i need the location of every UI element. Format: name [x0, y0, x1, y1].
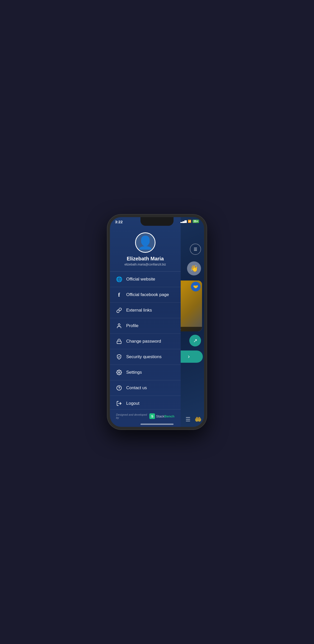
- bottom-nav-icons: ☰ 🤲: [185, 416, 202, 423]
- menu-label-settings: Settings: [126, 370, 142, 375]
- link-icon: [116, 307, 122, 313]
- nav-icon-1[interactable]: ☰: [185, 416, 191, 423]
- help-icon: [116, 385, 122, 391]
- menu-item-official-website[interactable]: 🌐 Official website: [110, 272, 181, 287]
- facebook-icon: f: [116, 292, 122, 298]
- menu-item-official-facebook[interactable]: f Official facebook page: [110, 287, 181, 303]
- menu-label-logout: Logout: [126, 401, 139, 406]
- menu-item-external-links[interactable]: External links: [110, 303, 181, 318]
- menu-item-change-password[interactable]: Change password: [110, 334, 181, 349]
- wave-icon-button[interactable]: 👋: [187, 261, 201, 275]
- stackbench-logo-text: StackBench: [156, 414, 174, 418]
- menu-label-change-password: Change password: [126, 339, 161, 344]
- arrow-teal-button[interactable]: ↗: [189, 335, 201, 346]
- menu-item-logout[interactable]: Logout: [110, 396, 181, 409]
- hamburger-button[interactable]: ☰: [190, 244, 201, 255]
- globe-icon: 🌐: [116, 276, 122, 282]
- phone-screen: ☰ 👋 Vict Ass 🤝 ↗ ›: [110, 217, 204, 427]
- svg-rect-1: [117, 341, 121, 344]
- nav-icon-heart[interactable]: 🤲: [195, 416, 202, 423]
- logout-icon: [116, 400, 122, 407]
- menu-item-profile[interactable]: Profile: [110, 318, 181, 334]
- footer-designed-by-text: Designed and developed by: [116, 413, 147, 419]
- menu-item-security-questions[interactable]: Security questions: [110, 349, 181, 365]
- profile-icon: [116, 323, 122, 329]
- gear-icon: [116, 369, 122, 375]
- phone-frame: ☰ 👋 Vict Ass 🤝 ↗ ›: [107, 215, 207, 429]
- menu-label-official-facebook: Official facebook page: [126, 292, 169, 297]
- svg-point-0: [118, 324, 120, 326]
- menu-label-profile: Profile: [126, 323, 138, 328]
- avatar: 👤: [135, 232, 155, 253]
- user-email: elizebath.maria@confianzit.biz: [124, 263, 166, 266]
- blue-circle-icon[interactable]: 🤝: [191, 282, 201, 291]
- avatar-icon: 👤: [137, 236, 153, 249]
- menu-label-contact-us: Contact us: [126, 385, 147, 390]
- home-bar: [140, 424, 174, 425]
- menu-item-contact-us[interactable]: Contact us: [110, 380, 181, 396]
- svg-point-2: [118, 372, 120, 373]
- status-icons: ▂▄▆ 📶 35+: [180, 220, 199, 223]
- stackbench-logo-icon: S: [149, 413, 155, 419]
- side-drawer: 👤 Elizebath Maria elizebath.maria@confia…: [110, 217, 181, 427]
- menu-label-security-questions: Security questions: [126, 354, 162, 359]
- lock-icon: [116, 338, 122, 344]
- menu-label-external-links: External links: [126, 308, 152, 313]
- phone-notch: [140, 217, 174, 226]
- signal-icon: ▂▄▆: [180, 220, 187, 223]
- menu-list: 🌐 Official website f Official facebook p…: [110, 272, 181, 409]
- menu-item-settings[interactable]: Settings: [110, 365, 181, 380]
- status-time: 3:22: [115, 220, 123, 224]
- shield-icon: [116, 354, 122, 360]
- menu-label-official-website: Official website: [126, 277, 155, 282]
- user-name: Elizebath Maria: [127, 256, 164, 262]
- wifi-icon: 📶: [188, 220, 191, 223]
- battery-icon: 35+: [193, 220, 199, 223]
- footer-logo: S StackBench: [149, 413, 174, 419]
